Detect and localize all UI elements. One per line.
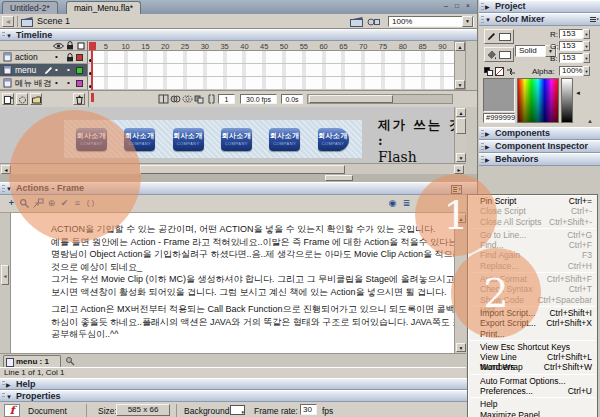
color-picker-gradient[interactable] bbox=[517, 78, 559, 123]
g-spinner[interactable]: ▼ bbox=[583, 41, 590, 51]
timeline-vscrollbar[interactable]: ▲ ▼ bbox=[454, 41, 466, 90]
show-hide-layers-icon[interactable] bbox=[53, 42, 64, 50]
zoom-input[interactable]: 100% ▼ bbox=[388, 16, 474, 27]
lock-layers-icon[interactable] bbox=[66, 41, 74, 50]
scrollbar-thumb[interactable] bbox=[140, 165, 345, 174]
scene-label[interactable]: Scene 1 bbox=[37, 15, 70, 28]
stroke-color-swatch[interactable] bbox=[499, 33, 511, 41]
r-input[interactable]: 153 bbox=[559, 29, 583, 39]
insert-layer-icon[interactable] bbox=[2, 93, 14, 105]
lock-dot[interactable]: • bbox=[67, 64, 70, 76]
alpha-input[interactable]: 100% bbox=[559, 66, 583, 76]
panel-collapse-arrow-icon[interactable]: ▲ bbox=[587, 118, 593, 124]
minimize-button[interactable]: – bbox=[441, 2, 451, 11]
timeline-hscrollbar[interactable] bbox=[307, 94, 453, 104]
lock-dot[interactable]: • bbox=[67, 77, 70, 89]
hex-color-input[interactable]: #999999 bbox=[483, 113, 515, 123]
menu-item[interactable]: Auto Format Options... bbox=[468, 376, 597, 386]
properties-panel-header[interactable]: ▼ Properties bbox=[0, 390, 477, 402]
scroll-up-icon[interactable]: ▲ bbox=[456, 108, 466, 117]
add-motion-guide-icon[interactable] bbox=[16, 93, 28, 105]
g-input[interactable]: 153 bbox=[559, 41, 583, 51]
back-button[interactable]: ◄ bbox=[2, 16, 14, 27]
component-inspector-panel-header[interactable]: ▶ Component Inspector bbox=[479, 140, 600, 153]
size-button[interactable]: 585 x 66 pixels bbox=[116, 404, 170, 416]
modify-onion-markers-icon[interactable] bbox=[206, 94, 217, 104]
center-frame-icon[interactable] bbox=[158, 94, 169, 104]
lock-icon[interactable] bbox=[66, 53, 74, 62]
brightness-slider[interactable] bbox=[561, 78, 573, 123]
layer-row-menu-bg[interactable]: 메뉴 배경 • • bbox=[0, 77, 88, 90]
elapsed-time-field[interactable]: 0.0s bbox=[281, 94, 303, 104]
project-panel-header[interactable]: ▶ Project bbox=[479, 0, 600, 13]
swap-colors-icon[interactable] bbox=[506, 67, 516, 76]
outline-layers-icon[interactable] bbox=[77, 42, 85, 50]
view-options-icon[interactable]: ≣ bbox=[400, 197, 413, 210]
alpha-spinner[interactable]: ▼ bbox=[583, 66, 590, 76]
scroll-down-icon[interactable]: ▼ bbox=[455, 80, 465, 89]
b-input[interactable]: 153 bbox=[559, 53, 583, 63]
color-mixer-panel-header[interactable]: ▼ Color Mixer bbox=[479, 13, 600, 26]
panel-menu-icon[interactable] bbox=[589, 16, 599, 24]
scrollbar-thumb[interactable] bbox=[456, 118, 466, 134]
layer-row-menu[interactable]: menu • • bbox=[0, 64, 88, 77]
onion-skin-outlines-icon[interactable] bbox=[182, 94, 193, 104]
stage-vscrollbar[interactable]: ▲ ▼ bbox=[454, 107, 466, 163]
nav-button[interactable]: 회사소개COMPANY bbox=[221, 128, 252, 151]
scroll-up-icon[interactable]: ▲ bbox=[455, 42, 465, 51]
menu-item[interactable]: Word WrapCtrl+Shift+W bbox=[468, 362, 597, 372]
splitter-arrow-icon[interactable]: ◄ bbox=[1, 265, 9, 285]
debug-options-icon[interactable]: ◉ bbox=[386, 197, 399, 210]
zoom-dropdown-button[interactable]: ▼ bbox=[462, 16, 473, 27]
scrollbar-thumb[interactable] bbox=[309, 95, 393, 103]
layer-color-swatch[interactable] bbox=[76, 67, 83, 74]
layer-color-swatch[interactable] bbox=[76, 80, 83, 87]
edit-symbol-icon[interactable] bbox=[367, 16, 380, 27]
layer-row-action[interactable]: action • bbox=[0, 51, 88, 64]
layer-color-swatch[interactable] bbox=[76, 54, 83, 61]
menu-item[interactable]: View Line NumbersCtrl+Shift+L bbox=[468, 352, 597, 362]
frame-rate-field[interactable]: 30.0 fps bbox=[240, 94, 277, 104]
onion-skin-icon[interactable] bbox=[170, 94, 181, 104]
insert-folder-icon[interactable] bbox=[30, 93, 42, 105]
frame-row[interactable] bbox=[88, 64, 454, 77]
current-frame-field[interactable]: 1 bbox=[218, 94, 235, 104]
behaviors-panel-header[interactable]: ▶ Behaviors bbox=[479, 153, 600, 166]
fill-color-button[interactable] bbox=[484, 47, 514, 62]
timeline-panel-header[interactable]: ▼ Timeline bbox=[0, 29, 477, 41]
visible-dot[interactable]: • bbox=[55, 51, 58, 63]
fill-color-swatch[interactable] bbox=[499, 51, 511, 59]
edit-scene-icon[interactable] bbox=[350, 16, 363, 27]
nav-button[interactable]: 회사소개COMPANY bbox=[173, 128, 204, 151]
nav-button[interactable]: 회사소개COMPANY bbox=[269, 128, 300, 151]
scroll-down-icon[interactable]: ▼ bbox=[456, 153, 466, 162]
visible-dot[interactable]: • bbox=[55, 64, 58, 76]
nav-button[interactable]: 회사소개COMPANY bbox=[318, 128, 349, 151]
help-panel-header[interactable]: ▶ Help bbox=[0, 378, 477, 390]
pin-script-icon[interactable] bbox=[65, 356, 75, 366]
tab-main-menu-fla[interactable]: main_Menu.fla* bbox=[66, 1, 141, 14]
timeline-ruler[interactable]: 51015202530354045505560657075808590 bbox=[88, 41, 454, 51]
frame-rate-input[interactable]: 30 bbox=[300, 404, 317, 415]
script-navigator-splitter[interactable]: ◄ bbox=[0, 213, 11, 353]
restore-button[interactable]: □ bbox=[452, 2, 462, 11]
stroke-color-button[interactable] bbox=[484, 29, 514, 44]
frame-row[interactable] bbox=[88, 77, 454, 90]
b-spinner[interactable]: ▼ bbox=[583, 53, 590, 63]
background-color-swatch[interactable]: ▾ bbox=[230, 405, 245, 415]
components-panel-header[interactable]: ▶ Components bbox=[479, 127, 600, 140]
edit-multiple-frames-icon[interactable] bbox=[194, 94, 205, 104]
frame-row[interactable] bbox=[88, 51, 454, 64]
scroll-down-icon[interactable]: ▼ bbox=[456, 343, 466, 352]
no-color-icon[interactable] bbox=[495, 67, 504, 76]
delete-layer-trash-icon[interactable] bbox=[73, 93, 85, 105]
menu-item[interactable]: Preferences...Ctrl+U bbox=[468, 386, 597, 396]
playhead-marker[interactable] bbox=[89, 42, 96, 50]
menu-item[interactable]: Help bbox=[468, 399, 597, 409]
divider-grip[interactable] bbox=[325, 175, 353, 181]
brightness-slider-arrow-icon[interactable]: ◄ bbox=[575, 90, 581, 96]
r-spinner[interactable]: ▼ bbox=[583, 29, 590, 39]
menu-item[interactable]: View Esc Shortcut Keys bbox=[468, 342, 597, 352]
tab-untitled-2[interactable]: Untitled-2* bbox=[2, 1, 58, 14]
menu-item[interactable]: Maximize Panel bbox=[468, 410, 597, 417]
